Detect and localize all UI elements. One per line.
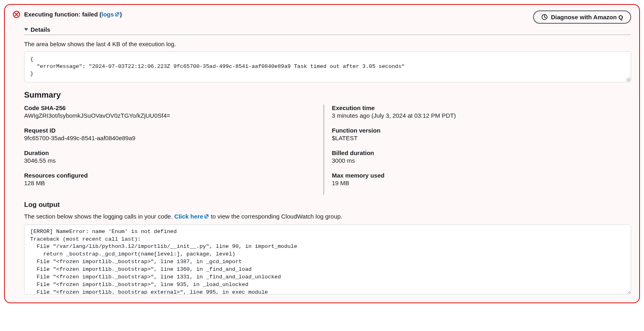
- kv-label: Resources configured: [24, 172, 316, 179]
- kv-value: 3 minutes ago (July 3, 2024 at 03:12 PM …: [332, 112, 623, 119]
- log-intro-prefix: The section below shows the logging call…: [24, 213, 174, 220]
- kv-value: AWIgZRI3ot/lsybomkJSuOVavOV0zTGYo/kZjUU0…: [24, 112, 316, 119]
- log-output-intro: The section below shows the logging call…: [24, 213, 631, 220]
- clock-run-icon: [541, 14, 548, 20]
- summary-col-left: Code SHA-256 AWIgZRI3ot/lsybomkJSuOVavOV…: [24, 104, 324, 194]
- kv-label: Code SHA-256: [24, 104, 316, 111]
- details-section: Details The area below shows the last 4 …: [24, 26, 631, 294]
- alert-header-row: Executing function: failed (logs) Diagno…: [13, 10, 631, 24]
- kv-value: 9fc65700-35ad-499c-8541-aaf0840e89a9: [24, 135, 316, 141]
- logs-link-text: logs: [102, 11, 114, 18]
- execution-failed-panel: Executing function: failed (logs) Diagno…: [4, 4, 640, 303]
- logs-link[interactable]: logs: [102, 11, 120, 18]
- kv-value: 128 MB: [24, 180, 316, 186]
- kv-label: Duration: [24, 149, 316, 156]
- kv-code-sha: Code SHA-256 AWIgZRI3ot/lsybomkJSuOVavOV…: [24, 104, 316, 119]
- kv-billed-duration: Billed duration 3000 ms: [332, 149, 623, 164]
- kv-label: Billed duration: [332, 149, 623, 156]
- details-label: Details: [31, 26, 50, 33]
- alert-title-prefix: Executing function: failed (: [24, 11, 102, 18]
- cloudwatch-link[interactable]: Click here: [174, 213, 209, 220]
- kv-request-id: Request ID 9fc65700-35ad-499c-8541-aaf08…: [24, 127, 316, 141]
- summary-col-right: Execution time 3 minutes ago (July 3, 20…: [324, 104, 632, 194]
- kv-max-memory-used: Max memory used 19 MB: [332, 172, 623, 186]
- diagnose-amazon-q-button[interactable]: Diagnose with Amazon Q: [533, 10, 631, 24]
- details-intro-text: The area below shows the last 4 KB of th…: [24, 41, 631, 47]
- kv-execution-time: Execution time 3 minutes ago (July 3, 20…: [332, 104, 623, 119]
- summary-grid: Code SHA-256 AWIgZRI3ot/lsybomkJSuOVavOV…: [24, 104, 631, 194]
- external-link-icon: [204, 214, 209, 219]
- log-output-heading: Log output: [24, 201, 631, 209]
- kv-label: Request ID: [24, 127, 316, 134]
- kv-value: $LATEST: [332, 135, 623, 141]
- alert-title: Executing function: failed (logs): [24, 11, 122, 18]
- caret-down-icon: [24, 28, 28, 31]
- alert-title-suffix: ): [120, 11, 122, 18]
- error-icon: [13, 11, 20, 18]
- summary-heading: Summary: [24, 90, 631, 100]
- alert-header-left: Executing function: failed (logs): [13, 10, 122, 18]
- error-json-box[interactable]: { "errorMessage": "2024-07-03T22:12:06.2…: [24, 51, 631, 82]
- kv-value: 19 MB: [332, 180, 623, 186]
- kv-label: Execution time: [332, 104, 623, 111]
- kv-value: 3046.55 ms: [24, 157, 316, 164]
- details-toggle[interactable]: Details: [24, 26, 631, 35]
- diagnose-button-label: Diagnose with Amazon Q: [551, 14, 623, 20]
- kv-value: 3000 ms: [332, 157, 623, 164]
- log-intro-suffix: to view the corresponding CloudWatch log…: [209, 213, 342, 220]
- log-output-box[interactable]: [ERROR] NameError: name 'Enum' is not de…: [24, 225, 631, 294]
- kv-duration: Duration 3046.55 ms: [24, 149, 316, 164]
- kv-label: Max memory used: [332, 172, 623, 179]
- kv-label: Function version: [332, 127, 623, 134]
- cloudwatch-link-text: Click here: [174, 213, 203, 220]
- kv-resources-configured: Resources configured 128 MB: [24, 172, 316, 186]
- kv-function-version: Function version $LATEST: [332, 127, 623, 141]
- external-link-icon: [115, 12, 120, 17]
